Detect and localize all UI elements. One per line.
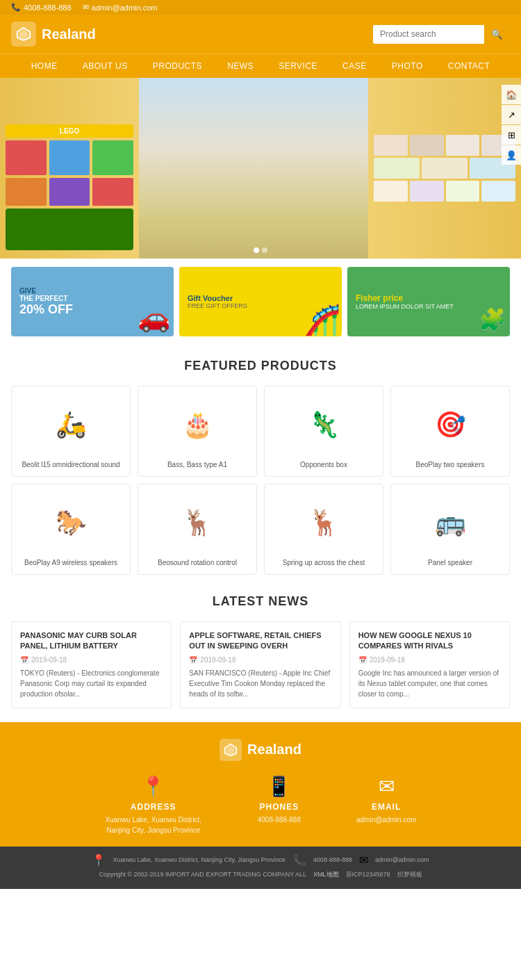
footer-email-bottom: admin@admin.com (375, 854, 429, 865)
logo[interactable]: Realand (11, 22, 96, 47)
news-title-2: APPLE SOFTWARE, RETAIL CHIEFS OUT IN SWE… (189, 630, 331, 652)
user-sidebar-icon[interactable]: 👤 (502, 145, 521, 165)
promo-yellow: Gift Voucher FREE GIFT OFFERS 🎢 (179, 267, 342, 336)
product-img-5: 🐎 (19, 491, 123, 554)
calendar-icon-2: 📅 (189, 656, 197, 664)
news-card-3[interactable]: HOW NEW GOOGLE NEXUS 10 COMPARES WITH RI… (349, 621, 510, 708)
product-card-4[interactable]: 🎯 BeoPlay two speakers (390, 386, 510, 477)
footer-phones-col: 📱 PHONES 4008-888-888 (258, 775, 301, 835)
news-title-3: HOW NEW GOOGLE NEXUS 10 COMPARES WITH RI… (358, 630, 501, 652)
footer-logo-icon (220, 739, 242, 761)
product-img-6: 🦌 (145, 491, 249, 554)
sidebar-icons: 🏠 ↗ ⊞ 👤 (502, 85, 521, 165)
email-icon: ✉ (83, 3, 89, 12)
news-title-1: PANASONIC MAY CURB SOLAR PANEL, LITHIUM … (20, 630, 163, 652)
promo-blue-text: GIVE THE PERFECT 20% OFF (19, 287, 73, 317)
header: Realand 🔍 (0, 15, 521, 54)
promo-green-img: 🧩 (479, 307, 506, 333)
banner-dots (254, 247, 267, 253)
product-name-5: BeoPlay A9 wireless speakers (19, 558, 123, 567)
nav-products[interactable]: PRODUCTS (140, 54, 215, 78)
footer-bottom: 📍 Xuanwu Lake, Xuanwu District, Nanjing … (0, 847, 521, 889)
featured-title: FEATURED PRODUCTS (0, 345, 521, 380)
calendar-icon-3: 📅 (358, 656, 367, 664)
promo-green-text: Fisher price LOREM IPSUM DOLOR SIT AMET (356, 293, 454, 310)
promo-blue-img: 🚗 (138, 302, 170, 333)
product-img-8: 🚌 (398, 491, 502, 554)
main-nav: HOME ABOUT US PRODUCTS NEWS SERVICE CASE… (0, 54, 521, 78)
product-card-5[interactable]: 🐎 BeoPlay A9 wireless speakers (11, 484, 131, 575)
footer-copyright-row: Copyright © 2002-2019 IMPORT AND EXPORT … (11, 869, 510, 880)
home-sidebar-icon[interactable]: 🏠 (502, 85, 521, 104)
promo-perfect: THE PERFECT (19, 295, 73, 302)
footer-logo-text: Realand (247, 742, 301, 758)
share-sidebar-icon[interactable]: ↗ (502, 105, 521, 124)
email-info: ✉ admin@admin.com (83, 3, 158, 12)
footer-address-col: 📍 ADDRESS Xuanwu Lake, Xuanwu District, … (105, 775, 202, 835)
address-icon: 📍 (105, 775, 202, 798)
footer-location-icon: 📍 (92, 854, 106, 867)
nav-home[interactable]: HOME (19, 54, 70, 78)
news-excerpt-3: Google Inc has announced a larger versio… (358, 668, 501, 699)
nav-photo[interactable]: PHOTO (379, 54, 436, 78)
news-card-1[interactable]: PANASONIC MAY CURB SOLAR PANEL, LITHIUM … (11, 621, 172, 708)
news-title: LATEST NEWS (0, 580, 521, 616)
footer-email-icon: ✉ (356, 775, 416, 798)
nav-about[interactable]: ABOUT US (70, 54, 140, 78)
dot-2[interactable] (262, 247, 267, 253)
address-value: Xuanwu Lake, Xuanwu District, Nanjing Ci… (105, 815, 202, 835)
footer-xml[interactable]: XML地图 (313, 869, 339, 880)
search-bar: 🔍 (373, 25, 510, 44)
dot-1[interactable] (254, 247, 259, 253)
search-button[interactable]: 🔍 (484, 25, 510, 44)
phones-value: 4008-888-888 (258, 815, 301, 825)
news-excerpt-2: SAN FRANCISCO (Reuters) - Apple Inc Chie… (189, 668, 331, 699)
product-img-7: 🦌 (272, 491, 376, 554)
svg-marker-3 (227, 746, 235, 754)
promo-gift-title: Gift Voucher (188, 294, 247, 302)
product-card-6[interactable]: 🦌 Beosound rotation control (138, 484, 257, 575)
nav-service[interactable]: SERVICE (266, 54, 330, 78)
hero-banner: LEGO (0, 78, 521, 259)
news-card-2[interactable]: APPLE SOFTWARE, RETAIL CHIEFS OUT IN SWE… (180, 621, 340, 708)
footer-copyright: Copyright © 2002-2019 IMPORT AND EXPORT … (99, 869, 306, 880)
footer-email-label: EMAIL (356, 802, 416, 812)
footer-phone-icon-bottom: 📞 (292, 854, 306, 867)
product-card-7[interactable]: 🦌 Spring up across the chest (264, 484, 383, 575)
svg-marker-1 (19, 30, 28, 39)
promo-yellow-img: 🎢 (304, 302, 340, 336)
news-section: LATEST NEWS PANASONIC MAY CURB SOLAR PAN… (0, 580, 521, 722)
product-name-3: Opponents box (272, 460, 376, 469)
email-address: admin@admin.com (92, 3, 158, 12)
promo-green: Fisher price LOREM IPSUM DOLOR SIT AMET … (347, 267, 510, 336)
product-name-4: BeoPlay two speakers (398, 460, 502, 469)
product-card-1[interactable]: 🛵 Beolit l15 omnidirectional sound (11, 386, 131, 477)
promo-gift-sub: FREE GIFT OFFERS (188, 302, 247, 309)
product-img-1: 🛵 (19, 393, 123, 456)
product-card-3[interactable]: 🦎 Opponents box (264, 386, 383, 477)
product-name-1: Beolit l15 omnidirectional sound (19, 460, 123, 469)
footer-email-value: admin@admin.com (356, 815, 416, 825)
promo-row: GIVE THE PERFECT 20% OFF 🚗 Gift Voucher … (0, 259, 521, 345)
product-name-7: Spring up across the chest (272, 558, 376, 567)
products-grid: 🛵 Beolit l15 omnidirectional sound 🎂 Bas… (0, 380, 521, 580)
promo-lorem: LOREM IPSUM DOLOR SIT AMET (356, 303, 454, 310)
news-date-2: 📅 2019-09-18 (189, 656, 331, 664)
search-input[interactable] (373, 25, 484, 43)
footer-template: 织梦模板 (397, 869, 422, 880)
calendar-icon-1: 📅 (20, 656, 28, 664)
promo-discount: 20% OFF (19, 302, 73, 317)
phone-number: 4008-888-888 (24, 3, 72, 12)
news-row: PANASONIC MAY CURB SOLAR PANEL, LITHIUM … (0, 616, 521, 722)
phone-info: 📞 4008-888-888 (11, 3, 72, 12)
news-date-3: 📅 2019-09-18 (358, 656, 501, 664)
nav-case[interactable]: CASE (330, 54, 379, 78)
grid-sidebar-icon[interactable]: ⊞ (502, 125, 521, 145)
product-card-2[interactable]: 🎂 Bass, Bass type A1 (138, 386, 257, 477)
footer-email-col: ✉ EMAIL admin@admin.com (356, 775, 416, 835)
nav-contact[interactable]: CONTACT (436, 54, 503, 78)
featured-section: FEATURED PRODUCTS 🛵 Beolit l15 omnidirec… (0, 345, 521, 580)
product-card-8[interactable]: 🚌 Panel speaker (390, 484, 510, 575)
news-date-1: 📅 2019-09-18 (20, 656, 163, 664)
nav-news[interactable]: NEWS (215, 54, 266, 78)
